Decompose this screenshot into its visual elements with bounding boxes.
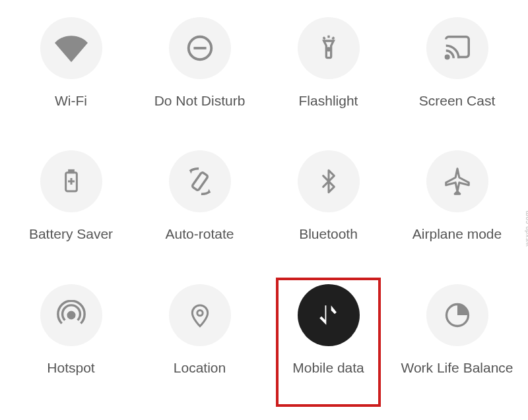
flashlight-icon [298, 17, 360, 79]
wifi-tile[interactable]: Wi-Fi [7, 13, 135, 133]
quick-settings-grid: Wi-Fi Do Not Disturb Flashlight Screen C… [0, 0, 528, 420]
autorotate-label: Auto-rotate [166, 225, 234, 242]
watermark: wsxdn.com [525, 210, 529, 247]
svg-line-5 [332, 38, 334, 40]
dnd-icon [169, 17, 231, 79]
airplane-icon [426, 150, 488, 212]
airplane-label: Airplane mode [412, 225, 502, 242]
location-icon [169, 284, 231, 346]
worklife-tile[interactable]: Work Life Balance [393, 280, 521, 400]
airplane-tile[interactable]: Airplane mode [393, 146, 521, 266]
autorotate-tile[interactable]: Auto-rotate [135, 146, 264, 266]
battery-label: Battery Saver [29, 225, 113, 242]
svg-point-15 [197, 310, 202, 315]
worklife-icon [426, 284, 488, 346]
svg-rect-8 [69, 171, 73, 173]
flashlight-tile[interactable]: Flashlight [264, 13, 393, 133]
autorotate-icon [169, 150, 231, 212]
bluetooth-label: Bluetooth [299, 225, 358, 242]
mobiledata-tile[interactable]: Mobile data [264, 280, 393, 400]
screencast-tile[interactable]: Screen Cast [393, 13, 521, 133]
svg-line-4 [323, 38, 325, 40]
location-label: Location [174, 359, 226, 376]
flashlight-label: Flashlight [299, 92, 358, 109]
screencast-label: Screen Cast [419, 92, 496, 109]
location-tile[interactable]: Location [135, 280, 264, 400]
svg-point-14 [68, 312, 75, 318]
hotspot-tile[interactable]: Hotspot [7, 280, 135, 400]
bluetooth-icon [298, 150, 360, 212]
dnd-tile[interactable]: Do Not Disturb [135, 13, 264, 133]
mobiledata-icon [298, 284, 360, 346]
mobiledata-label: Mobile data [292, 359, 364, 376]
hotspot-icon [40, 284, 102, 346]
screencast-icon [426, 17, 488, 79]
svg-point-6 [446, 55, 449, 59]
worklife-label: Work Life Balance [401, 359, 513, 376]
hotspot-label: Hotspot [47, 359, 94, 376]
svg-point-2 [327, 48, 330, 51]
wifi-icon [40, 17, 102, 79]
battery-icon [40, 150, 102, 212]
battery-tile[interactable]: Battery Saver [7, 146, 135, 266]
wifi-label: Wi-Fi [55, 92, 87, 109]
svg-rect-11 [191, 172, 208, 191]
dnd-label: Do Not Disturb [154, 92, 246, 109]
bluetooth-tile[interactable]: Bluetooth [264, 146, 393, 266]
